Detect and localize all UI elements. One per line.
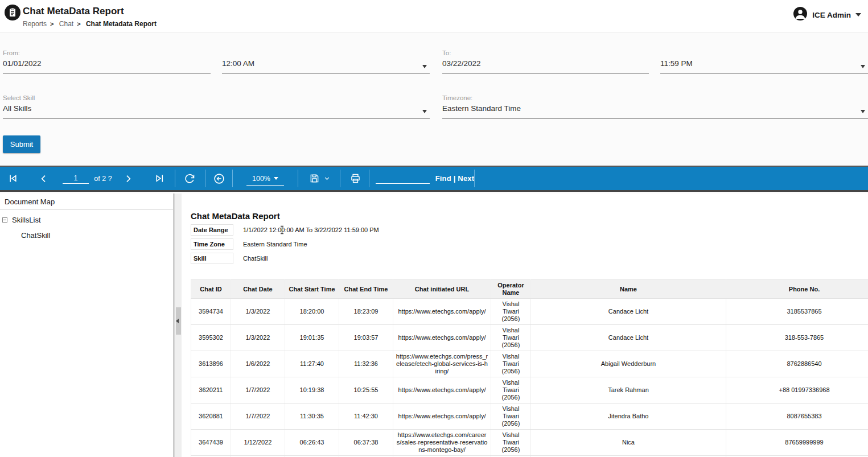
report-info-row: Skill ChatSkill <box>191 253 233 265</box>
from-date-value: 01/01/2022 <box>3 59 211 68</box>
dropdown-caret-icon <box>855 13 861 17</box>
next-page-button[interactable] <box>121 167 135 190</box>
export-caret-icon <box>323 175 331 182</box>
dropdown-caret-icon <box>861 65 865 68</box>
table-cell: 87659999999 <box>726 430 868 456</box>
page-title: Chat MetaData Report <box>23 6 124 17</box>
docmap-node-skillslist[interactable]: SkillsList <box>0 210 173 224</box>
print-button[interactable] <box>347 167 364 190</box>
table-cell: 1/6/2022 <box>231 351 285 377</box>
from-date-field[interactable]: From: 01/01/2022 <box>3 50 211 74</box>
docmap-node-chatskill[interactable]: ChatSkill <box>0 224 173 240</box>
info-value: ChatSkill <box>243 255 268 262</box>
app-header: Chat MetaData Report Reports> Chat> Chat… <box>0 0 868 32</box>
table-cell: 3594734 <box>191 299 231 325</box>
table-cell: Tarek Rahman <box>531 377 726 404</box>
report-table-body: 35947341/3/202218:20:0018:23:09https://w… <box>191 299 868 457</box>
table-cell: 3613896 <box>191 351 231 377</box>
last-page-button[interactable] <box>151 167 167 190</box>
table-cell: 11:27:40 <box>285 351 339 377</box>
first-page-icon <box>7 172 19 184</box>
panel-splitter[interactable] <box>174 193 182 457</box>
docmap-node-label: SkillsList <box>12 216 41 224</box>
column-header: Chat ID <box>191 280 231 299</box>
dropdown-caret-icon <box>422 110 427 113</box>
table-cell: 8087655383 <box>726 404 868 430</box>
table-cell: https://www.etechgs.com/apply/ <box>393 404 491 430</box>
table-cell: 06:26:43 <box>285 430 339 456</box>
table-cell: Abigail Wedderburn <box>531 351 726 377</box>
dropdown-caret-icon <box>422 65 427 68</box>
previous-page-button[interactable] <box>36 167 51 190</box>
back-to-parent-icon <box>213 172 225 185</box>
report-info-row: Date Range 1/1/2022 12:00:00 AM To 3/22/… <box>191 224 233 236</box>
breadcrumb-separator: > <box>50 20 54 27</box>
table-cell: https://www.etechgs.com/press_release/et… <box>393 351 491 377</box>
info-value: Eastern Standard Time <box>243 241 307 248</box>
table-cell: Vishal Tiwari (2056) <box>491 325 531 351</box>
timezone-value: Eastern Standard Time <box>442 104 868 113</box>
user-name: ICE Admin <box>812 11 851 19</box>
splitter-collapse-icon[interactable] <box>176 319 179 323</box>
skill-value: All Skills <box>3 104 430 113</box>
table-cell: 10:19:38 <box>285 377 339 404</box>
table-cell: https://www.etechgs.com/careers/sales-re… <box>393 430 491 456</box>
first-page-button[interactable] <box>5 167 20 190</box>
last-page-icon <box>154 172 166 184</box>
to-date-field[interactable]: To: 03/22/2022 <box>442 50 649 74</box>
column-header: Phone No. <box>726 280 868 299</box>
export-button[interactable] <box>305 167 334 190</box>
dropdown-caret-icon <box>861 110 865 113</box>
find-input[interactable] <box>376 173 430 184</box>
back-to-parent-button[interactable] <box>211 167 228 190</box>
print-icon <box>349 172 361 184</box>
previous-page-icon <box>38 173 50 184</box>
info-value: 1/1/2022 12:00:00 AM To 3/22/2022 11:59:… <box>243 227 379 233</box>
user-menu[interactable]: ICE Admin <box>793 6 861 23</box>
document-map-tree: SkillsList ChatSkill <box>0 210 173 240</box>
from-time-select[interactable]: 12:00 AM <box>222 50 430 74</box>
table-cell: 8762886540 <box>726 351 868 377</box>
table-cell: 11:42:30 <box>339 404 393 430</box>
breadcrumb-separator: > <box>77 20 80 27</box>
skill-select[interactable]: Select Skill All Skills <box>3 94 430 119</box>
save-export-icon <box>308 172 320 184</box>
submit-button[interactable]: Submit <box>3 135 40 153</box>
to-date-value: 03/22/2022 <box>442 59 649 68</box>
report-table: Chat IDChat DateChat Start TimeChat End … <box>191 279 868 457</box>
table-cell: 1/3/2022 <box>231 299 285 325</box>
to-time-select[interactable]: 11:59 PM <box>660 50 868 74</box>
from-time-value: 12:00 AM <box>222 59 430 68</box>
table-cell: Jitendra Batho <box>531 404 726 430</box>
table-cell: 06:37:38 <box>339 430 393 456</box>
breadcrumb-reports[interactable]: Reports <box>23 20 47 28</box>
table-cell: 11:30:35 <box>285 404 339 430</box>
column-header: Name <box>531 280 726 299</box>
table-cell: 1/7/2022 <box>231 404 285 430</box>
table-row: 36474391/12/202206:26:4306:37:38https://… <box>191 430 868 456</box>
to-time-value: 11:59 PM <box>660 59 868 68</box>
table-cell: 11:32:36 <box>339 351 393 377</box>
refresh-button[interactable] <box>181 167 198 190</box>
report-icon <box>5 5 20 20</box>
find-next-links[interactable]: Find | Next <box>433 167 477 190</box>
zoom-select[interactable]: 100% <box>245 167 286 190</box>
report-body: Chat MetaData Report Date Range 1/1/2022… <box>182 193 868 457</box>
table-cell: https://www.etechgs.com/apply/ <box>393 299 491 325</box>
breadcrumb-chat[interactable]: Chat <box>59 20 73 28</box>
table-row: 36202111/7/202210:19:3810:25:55https://w… <box>191 377 868 404</box>
dropdown-caret-icon <box>274 177 278 180</box>
refresh-icon <box>184 173 195 184</box>
timezone-select[interactable]: Timezone: Eastern Standard Time <box>442 94 868 119</box>
from-label: From: <box>3 50 211 58</box>
table-header-row: Chat IDChat DateChat Start TimeChat End … <box>191 280 868 299</box>
document-map-title: Document Map <box>0 193 173 210</box>
table-cell: +88 01997336968 <box>726 377 868 404</box>
table-cell: 18:23:09 <box>339 299 393 325</box>
screen: Chat MetaData Report Reports> Chat> Chat… <box>0 0 868 457</box>
page-number-input[interactable] <box>63 173 89 184</box>
report-title: Chat MetaData Report <box>191 211 280 221</box>
breadcrumb: Reports> Chat> Chat Metadata Report <box>23 20 160 28</box>
table-cell: 19:01:35 <box>285 325 339 351</box>
tree-collapse-icon[interactable] <box>2 217 7 223</box>
